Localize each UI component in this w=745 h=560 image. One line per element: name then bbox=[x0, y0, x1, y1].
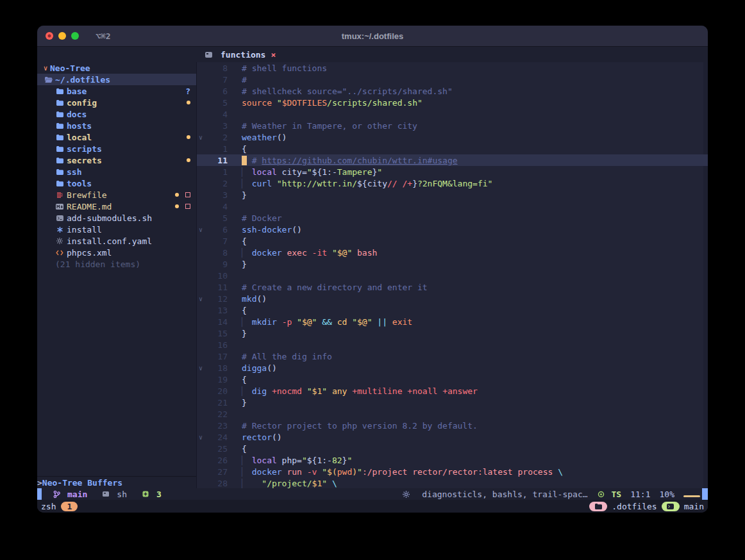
git-status-badges bbox=[175, 204, 190, 209]
cursor-position: 11:1 bbox=[630, 490, 650, 499]
code-line[interactable]: 3# Weather in Tampere, or other city bbox=[197, 120, 703, 131]
line-number: 10 bbox=[205, 271, 228, 281]
tree-item-install[interactable]: install bbox=[37, 224, 196, 235]
code-text: # Create a new directory and enter it bbox=[242, 283, 428, 292]
fold-marker-icon[interactable]: ∨ bbox=[197, 365, 205, 372]
tree-item-scripts[interactable]: scripts bbox=[37, 143, 196, 154]
code-editor[interactable]: 8# shell functions7#6# shellcheck source… bbox=[197, 62, 708, 488]
lsp-servers-label: diagnosticls, bashls, trail-spac… bbox=[422, 490, 587, 499]
code-line[interactable]: 7# bbox=[197, 74, 703, 85]
tree-item-label: tools bbox=[67, 179, 92, 188]
tmux-session-dir-badge[interactable] bbox=[589, 502, 607, 511]
code-line[interactable]: 27▏ docker run -v "$(pwd)":/project rect… bbox=[197, 466, 703, 477]
code-line[interactable]: ∨12mkd() bbox=[197, 293, 703, 304]
line-number: 8 bbox=[205, 63, 228, 73]
code-line[interactable]: 19{ bbox=[197, 374, 703, 385]
tree-item-label: ssh bbox=[67, 167, 81, 177]
tree-item-ssh[interactable]: ssh bbox=[37, 166, 196, 177]
treesitter-icon bbox=[597, 491, 606, 498]
code-line[interactable]: ∨24rector() bbox=[197, 431, 703, 443]
tree-item-tools[interactable]: tools bbox=[37, 177, 196, 189]
code-line[interactable]: 5source "$DOTFILES/scripts/shared.sh" bbox=[197, 97, 703, 108]
code-line[interactable]: 8▏ docker exec -it "$@" bash bbox=[197, 247, 703, 258]
tree-item-hosts[interactable]: hosts bbox=[37, 120, 196, 131]
code-line[interactable]: ∨18digga() bbox=[197, 362, 703, 374]
code-line[interactable]: 25{ bbox=[197, 443, 703, 454]
code-line[interactable]: 2▏ curl "http://wttr.in/${city// /+}?2nF… bbox=[197, 177, 703, 189]
scroll-percent: 10% bbox=[660, 490, 674, 499]
tree-item-local[interactable]: local bbox=[37, 131, 196, 143]
folder-icon bbox=[55, 146, 64, 152]
folder-icon bbox=[55, 181, 64, 186]
code-line[interactable]: 4 bbox=[197, 108, 703, 120]
tree-item-base[interactable]: base? bbox=[37, 85, 196, 97]
line-number: 6 bbox=[205, 86, 228, 96]
tmux-branch-badge[interactable] bbox=[662, 502, 680, 511]
chevron-right-icon: > bbox=[37, 478, 42, 488]
neo-tree-buffers-header[interactable]: > Neo-Tree Buffers bbox=[37, 476, 196, 488]
close-tab-icon[interactable]: × bbox=[271, 50, 276, 60]
line-number: 7 bbox=[205, 75, 228, 85]
git-staged-square bbox=[185, 192, 190, 197]
tree-item-config[interactable]: config bbox=[37, 97, 196, 108]
tab-functions[interactable]: functions × bbox=[204, 50, 276, 60]
statusline-left: main sh 3 bbox=[52, 490, 162, 499]
tree-item-Brewfile[interactable]: Brewfile bbox=[37, 189, 196, 201]
code-line[interactable]: 9} bbox=[197, 258, 703, 270]
code-line[interactable]: 1{ bbox=[197, 143, 703, 154]
markdown-icon bbox=[55, 204, 64, 210]
fold-marker-icon[interactable]: ∨ bbox=[197, 226, 205, 233]
code-line[interactable]: 13{ bbox=[197, 304, 703, 316]
scrollbar-track[interactable] bbox=[703, 62, 708, 488]
code-line[interactable]: 20▏ dig +nocmd "$1" any +multiline +noal… bbox=[197, 385, 703, 397]
code-line[interactable]: 14▏ mkdir -p "$@" && cd "$@" || exit bbox=[197, 316, 703, 327]
code-line[interactable]: 11# Create a new directory and enter it bbox=[197, 281, 703, 293]
code-line[interactable]: ∨6ssh-docker() bbox=[197, 224, 703, 235]
code-line[interactable]: 8# shell functions bbox=[197, 62, 703, 74]
titlebar: ⌥⌘2 tmux:~/.dotfiles bbox=[37, 26, 708, 47]
code-line[interactable]: 26▏ local php="${1:-82}" bbox=[197, 454, 703, 466]
neo-tree-header[interactable]: ∨ Neo-Tree bbox=[37, 62, 196, 74]
tree-item-docs[interactable]: docs bbox=[37, 108, 196, 120]
code-line[interactable]: 1▏ local city="${1:-Tampere}" bbox=[197, 166, 703, 177]
code-line[interactable]: 7{ bbox=[197, 235, 703, 247]
tree-item-phpcs.xml[interactable]: phpcs.xml bbox=[37, 247, 196, 258]
code-line[interactable]: ∨2weather() bbox=[197, 131, 703, 143]
folder-icon bbox=[55, 100, 64, 106]
code-line[interactable]: 4 bbox=[197, 201, 703, 212]
scrollbar-cursor-band bbox=[703, 154, 708, 166]
code-line[interactable]: 22 bbox=[197, 408, 703, 420]
code-text: ▏ curl "http://wttr.in/${city// /+}?2nFQ… bbox=[242, 179, 492, 188]
git-added-indicator: 3 bbox=[141, 490, 162, 499]
code-line[interactable]: 17# All the dig info bbox=[197, 350, 703, 362]
tree-item-secrets[interactable]: secrets bbox=[37, 154, 196, 166]
code-line[interactable]: 6# shellcheck source="../scripts/shared.… bbox=[197, 85, 703, 97]
tree-item-add-submodules.sh[interactable]: add-submodules.sh bbox=[37, 212, 196, 224]
tree-item-root[interactable]: ~/.dotfiles bbox=[37, 74, 196, 85]
code-line[interactable]: 16 bbox=[197, 339, 703, 350]
tmux-status-bar: zsh 1 .dotfiles main bbox=[37, 500, 708, 513]
code-line[interactable]: 23# Rector project to php version 8.2 by… bbox=[197, 420, 703, 431]
fold-marker-icon[interactable]: ∨ bbox=[197, 134, 205, 141]
code-line[interactable]: 21} bbox=[197, 397, 703, 408]
tmux-window-badge[interactable]: 1 bbox=[61, 502, 78, 511]
code-text: } bbox=[242, 190, 247, 200]
tree-item-install.conf.yaml[interactable]: install.conf.yaml bbox=[37, 235, 196, 247]
tree-item-README.md[interactable]: README.md bbox=[37, 201, 196, 212]
code-line[interactable]: 10 bbox=[197, 270, 703, 281]
line-number: 5 bbox=[205, 213, 228, 223]
fold-marker-icon[interactable]: ∨ bbox=[197, 295, 205, 302]
fold-marker-icon[interactable]: ∨ bbox=[197, 434, 205, 441]
code-line[interactable]: 5# Docker bbox=[197, 212, 703, 224]
code-line-current[interactable]: 11 # https://github.com/chubin/wttr.in#u… bbox=[197, 154, 703, 166]
code-line[interactable]: 3} bbox=[197, 189, 703, 201]
code-line[interactable]: 15} bbox=[197, 327, 703, 339]
line-number: 13 bbox=[205, 306, 228, 315]
git-status-badges bbox=[175, 192, 190, 197]
line-number: 20 bbox=[205, 386, 228, 396]
hidden-items-note: (21 hidden items) bbox=[37, 258, 196, 270]
scrollbar-thumb[interactable] bbox=[702, 488, 708, 500]
line-number: 5 bbox=[205, 98, 228, 108]
folder-icon bbox=[55, 111, 64, 117]
code-line[interactable]: 28▏ "/project/$1" \ bbox=[197, 477, 703, 488]
